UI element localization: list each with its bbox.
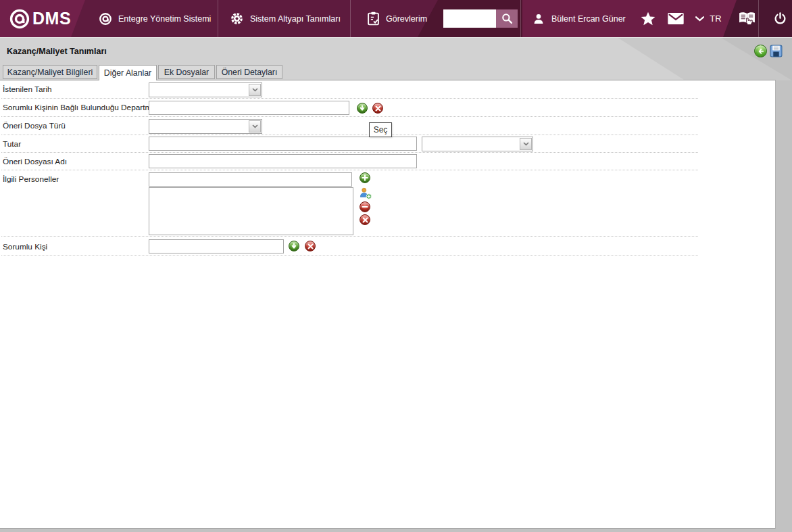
tab-label: Diğer Alanlar	[104, 68, 151, 78]
tab-ek-dosyalar[interactable]: Ek Dosyalar	[158, 65, 215, 79]
language-label: TR	[710, 14, 721, 24]
page-title: Kazanç/Maliyet Tanımları	[7, 47, 107, 56]
navbar-divider	[218, 0, 218, 37]
tab-label: Ek Dosyalar	[164, 68, 209, 77]
form-panel: İstenilen Tarih Sorumlu Kişinin Bağlı Bu…	[0, 80, 776, 529]
ilgili-personeller-remove-button[interactable]	[360, 201, 370, 212]
field-label-departman: Sorumlu Kişinin Bağlı Bulunduğu Departma…	[3, 103, 160, 112]
pick-down-arrow-icon	[359, 105, 366, 112]
form-row	[1, 117, 698, 135]
person-icon	[533, 13, 545, 25]
departman-clear-button[interactable]	[372, 103, 383, 114]
remove-minus-icon	[362, 203, 368, 210]
language-code[interactable]: TR	[707, 0, 724, 37]
ilgili-personeller-input[interactable]	[149, 172, 352, 187]
search-button[interactable]	[496, 9, 518, 28]
search-input[interactable]	[443, 9, 496, 28]
departman-input[interactable]	[149, 101, 349, 115]
ilgili-personeller-listbox[interactable]	[149, 187, 353, 235]
tab-kazanc-maliyet-bilgileri[interactable]: Kazanç/Maliyet Bilgileri	[3, 65, 97, 79]
qdms-logo[interactable]: DMS	[9, 0, 71, 37]
clear-x-icon	[307, 243, 314, 249]
menu-item-label: Entegre Yönetim Sistemi	[118, 14, 211, 24]
person-add-icon[interactable]	[360, 187, 372, 199]
menu-entegre-yonetim-sistemi[interactable]: Entegre Yönetim Sistemi	[99, 0, 211, 37]
back-button[interactable]	[754, 45, 767, 57]
tab-bar: Kazanç/Maliyet Bilgileri Diğer Alanlar E…	[3, 65, 282, 80]
language-dropdown[interactable]	[692, 0, 707, 37]
tooltip-text: Seç	[374, 125, 388, 135]
form-row	[1, 80, 698, 99]
tutar-input[interactable]	[149, 137, 417, 151]
qdms-ring-icon	[9, 8, 30, 30]
manual-book-icon	[738, 11, 756, 26]
favorites-button[interactable]	[638, 0, 658, 37]
menu-gorevlerim[interactable]: Görevlerim	[367, 0, 427, 37]
star-icon	[641, 11, 655, 26]
tab-oneri-detaylari[interactable]: Öneri Detayları	[216, 65, 282, 79]
menu-sistem-altyapi-tanimlari[interactable]: Sistem Altyapı Tanımları	[230, 0, 341, 37]
logout-button[interactable]	[768, 0, 792, 37]
user-name: Bülent Ercan Güner	[551, 14, 626, 24]
envelope-icon	[668, 13, 684, 24]
tasks-clipboard-icon	[367, 11, 380, 26]
ilgili-personeller-add-button[interactable]	[360, 172, 370, 183]
tab-label: Kazanç/Maliyet Bilgileri	[7, 68, 93, 77]
navbar-divider	[520, 0, 521, 37]
field-label-ilgili-personeller: İlgili Personeller	[3, 174, 59, 184]
sorumlu-kisi-input[interactable]	[149, 239, 284, 253]
field-label-oneri-dosya-turu: Öneri Dosya Türü	[3, 121, 66, 130]
help-manual-button[interactable]	[735, 0, 758, 37]
oneri-dosya-turu-select[interactable]	[149, 119, 262, 134]
istenilen-tarih-select[interactable]	[149, 82, 262, 97]
chevron-down-icon[interactable]	[520, 138, 532, 150]
tab-label: Öneri Detayları	[222, 68, 278, 77]
pick-down-arrow-icon	[291, 243, 297, 249]
departman-pick-button[interactable]	[357, 103, 368, 114]
qdms-ring-icon	[99, 12, 112, 26]
magnifier-icon	[501, 13, 513, 24]
back-arrow-icon	[757, 47, 765, 55]
menu-item-label: Sistem Altyapı Tanımları	[250, 14, 341, 24]
save-button[interactable]	[770, 45, 783, 57]
tab-diger-alanlar[interactable]: Diğer Alanlar	[99, 65, 157, 80]
chevron-down-icon[interactable]	[249, 120, 261, 132]
tutar-currency-select[interactable]	[422, 137, 533, 151]
form-row	[1, 237, 698, 256]
user-menu[interactable]: Bülent Ercan Güner	[533, 0, 626, 37]
sorumlu-kisi-clear-button[interactable]	[305, 241, 316, 251]
power-icon	[773, 11, 787, 26]
menu-item-label: Görevlerim	[386, 14, 427, 24]
field-label-istenilen-tarih: İstenilen Tarih	[3, 84, 52, 94]
field-label-tutar: Tutar	[3, 139, 21, 149]
top-navbar: DMS Entegre Yönetim Sistemi Sistem Altya…	[0, 0, 792, 37]
field-label-sorumlu-kisi: Sorumlu Kişi	[3, 242, 47, 251]
logo-text: DMS	[32, 9, 71, 28]
clear-x-icon	[375, 105, 381, 112]
ilgili-personeller-clear-button[interactable]	[360, 214, 370, 225]
add-plus-icon	[362, 174, 368, 181]
messages-button[interactable]	[665, 0, 687, 37]
sorumlu-kisi-pick-button[interactable]	[289, 241, 299, 251]
gear-icon	[230, 11, 244, 26]
navbar-divider	[758, 0, 759, 37]
chevron-down-icon[interactable]	[249, 84, 261, 96]
oneri-dosyasi-adi-input[interactable]	[149, 154, 417, 168]
save-floppy-icon	[770, 45, 783, 57]
chevron-down-icon	[695, 16, 704, 22]
clear-x-icon	[362, 217, 368, 223]
field-label-oneri-dosyasi-adi: Öneri Dosyası Adı	[3, 157, 67, 166]
sec-tooltip: Seç	[369, 122, 392, 137]
navbar-divider	[350, 0, 351, 37]
